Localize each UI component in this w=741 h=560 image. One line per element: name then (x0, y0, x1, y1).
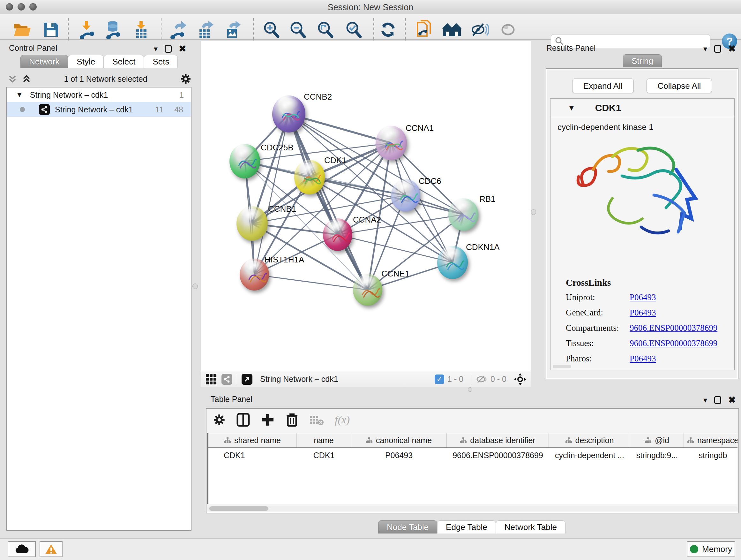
hide-unhide-button[interactable] (469, 19, 490, 40)
warning-status-button[interactable] (40, 541, 63, 557)
show-all-button[interactable] (498, 19, 518, 40)
node-ccne1[interactable] (353, 274, 382, 306)
selected-counts: 1 - 0 (448, 374, 463, 384)
tree-expand-icon[interactable]: ▼ (16, 91, 23, 99)
results-scrollbar[interactable] (553, 365, 571, 368)
select-columns-icon[interactable] (237, 413, 250, 427)
collapse-all-button[interactable]: Collapse All (647, 78, 712, 93)
column-header-name[interactable]: name (297, 433, 351, 447)
add-column-icon[interactable] (261, 413, 275, 427)
home-networks-button[interactable] (442, 19, 462, 40)
collapse-all-icon[interactable] (8, 74, 17, 84)
save-session-button[interactable] (41, 19, 61, 40)
zoom-out-button[interactable] (287, 19, 308, 40)
gear-icon[interactable] (180, 73, 192, 84)
crosslink-link[interactable]: P06493 (630, 308, 656, 318)
node-cdk1[interactable] (294, 160, 325, 194)
tab-string[interactable]: String (623, 54, 662, 67)
center-view-icon[interactable] (514, 373, 527, 386)
import-table-button[interactable] (131, 19, 151, 40)
network-collection-row[interactable]: ▼ String Network – cdk1 1 (7, 87, 191, 102)
toolbar-divider (253, 18, 254, 41)
network-edge[interactable] (254, 114, 289, 274)
network-edge[interactable] (254, 274, 367, 290)
node-ccna1[interactable] (376, 126, 407, 160)
panel-float-icon[interactable]: ▾ (703, 395, 707, 405)
clone-network-button[interactable] (414, 19, 434, 40)
zoom-selected-button[interactable] (343, 19, 364, 40)
left-splitter-handle[interactable] (192, 284, 198, 289)
cloud-status-button[interactable] (8, 541, 36, 557)
detach-view-icon[interactable] (242, 374, 253, 385)
export-image-button[interactable] (223, 19, 243, 40)
column-header-label: database identifier (470, 436, 535, 445)
string-badge-icon[interactable] (221, 374, 232, 385)
right-splitter-handle[interactable] (531, 209, 536, 215)
crosslink-link[interactable]: 9606.ENSP00000378699 (630, 323, 718, 333)
node-result-header[interactable]: ▼ CDK1 (550, 99, 734, 117)
crosslink-link[interactable]: P06493 (630, 354, 656, 364)
memory-status-dot (690, 545, 698, 553)
node-cdkn1a[interactable] (437, 246, 468, 279)
export-network-button[interactable] (168, 19, 188, 40)
node-ccnb1[interactable] (237, 206, 268, 241)
column-header-shared-name[interactable]: shared name (208, 433, 297, 447)
crosslink-link[interactable]: P06493 (630, 293, 656, 302)
import-network-file-button[interactable] (77, 19, 97, 40)
column-header-label: @id (655, 436, 669, 445)
tab-style[interactable]: Style (68, 55, 104, 68)
memory-button[interactable]: Memory (687, 541, 735, 557)
panel-float-icon[interactable]: ▾ (703, 44, 707, 53)
panel-maximize-icon[interactable] (714, 45, 721, 53)
panel-maximize-icon[interactable] (714, 396, 721, 404)
collapse-entry-icon[interactable]: ▼ (568, 104, 576, 112)
node-cdc6[interactable] (391, 179, 420, 212)
network-row-selected[interactable]: String Network – cdk1 11 48 (7, 102, 191, 117)
node-rb1[interactable] (448, 198, 478, 231)
node-table[interactable]: shared namenamecanonical namedatabase id… (207, 433, 738, 504)
crosslink-row: Compartments:9606.ENSP00000378699 (566, 323, 718, 333)
table-row[interactable]: CDK1CDK1P064939606.ENSP00000378699cyclin… (208, 448, 738, 462)
birdseye-grid-icon[interactable] (206, 374, 216, 384)
tab-select[interactable]: Select (104, 55, 144, 68)
column-header-id[interactable]: @id (630, 433, 684, 447)
horizontal-splitter-handle[interactable] (468, 387, 472, 392)
panel-close-icon[interactable]: ✖ (728, 395, 736, 405)
node-cdc25b[interactable] (229, 144, 260, 179)
panel-close-icon[interactable]: ✖ (179, 44, 186, 54)
panel-float-icon[interactable]: ▾ (154, 44, 158, 53)
table-gear-icon[interactable] (213, 414, 226, 426)
panel-maximize-icon[interactable] (165, 45, 172, 53)
node-ccna2[interactable] (323, 219, 352, 251)
tab-edge-table[interactable]: Edge Table (437, 520, 496, 534)
network-canvas[interactable]: CCNB2CCNA1CDC25BCDK1CDC6RB1CCNB1CCNA2CDK… (201, 41, 531, 371)
scrollbar-handle[interactable] (209, 506, 268, 511)
node-ccnb2[interactable] (272, 96, 306, 132)
tab-node-table[interactable]: Node Table (378, 520, 437, 534)
export-table-button[interactable] (195, 19, 215, 40)
selected-checkbox-icon[interactable]: ✓ (434, 374, 444, 384)
tab-network-table[interactable]: Network Table (496, 520, 565, 534)
tab-sets[interactable]: Sets (144, 55, 178, 68)
zoom-in-button[interactable] (261, 19, 281, 40)
column-header-description[interactable]: description (549, 433, 630, 447)
import-network-database-button[interactable] (104, 19, 124, 40)
table-cell: stringdb (684, 448, 738, 462)
column-header-canonical-name[interactable]: canonical name (351, 433, 447, 447)
column-header-namespace[interactable]: namespace (684, 433, 738, 447)
delete-column-icon[interactable] (286, 413, 298, 427)
apply-layout-button[interactable] (378, 19, 398, 40)
column-header-database-identifier[interactable]: database identifier (447, 433, 549, 447)
crosslink-link[interactable]: 9606.ENSP00000378699 (630, 338, 718, 348)
expand-all-button[interactable]: Expand All (572, 78, 634, 93)
expand-all-icon[interactable] (22, 74, 31, 84)
control-panel-tabs: NetworkStyleSelectSets (20, 55, 178, 68)
network-view-title: String Network – cdk1 (260, 374, 434, 384)
table-hscrollbar[interactable] (207, 506, 738, 511)
panel-close-icon[interactable]: ✖ (728, 44, 736, 54)
network-selection-status: 1 of 1 Network selected (31, 74, 180, 84)
node-label: CCNB1 (268, 204, 296, 214)
open-session-button[interactable] (12, 19, 32, 40)
zoom-fit-button[interactable] (315, 19, 335, 40)
tab-network[interactable]: Network (20, 55, 68, 68)
